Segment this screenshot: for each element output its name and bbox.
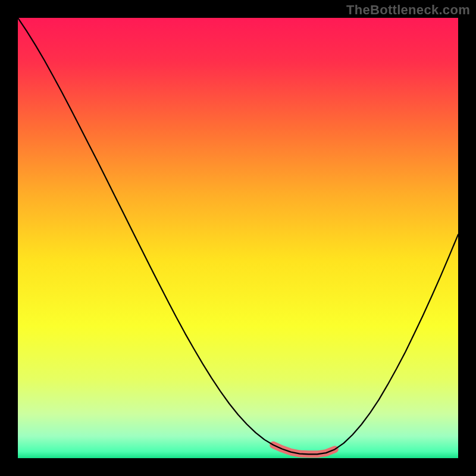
gradient-background: [18, 18, 458, 458]
chart-frame: TheBottleneck.com: [0, 0, 476, 476]
plot-area: [18, 18, 458, 458]
chart-svg: [18, 18, 458, 458]
watermark-text: TheBottleneck.com: [346, 2, 470, 18]
